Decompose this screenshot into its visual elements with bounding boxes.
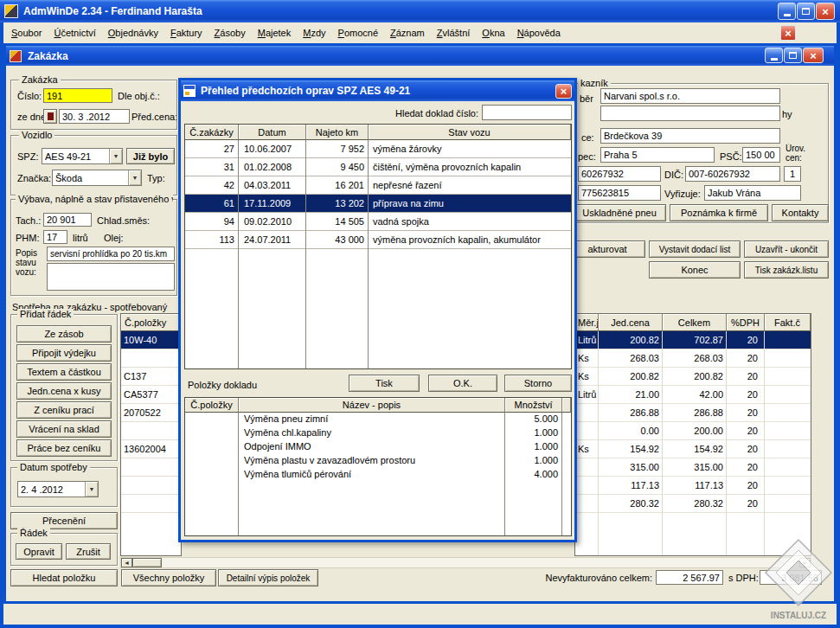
item-row-0[interactable]: 10W-40 <box>121 331 181 349</box>
grid-row-8[interactable]: 117.13117.1320 <box>575 477 811 495</box>
vehicle-state-field-2[interactable] <box>47 263 175 291</box>
customer-name-field-2[interactable] <box>600 106 780 121</box>
repair-row-1[interactable]: 3101.02.20089 450čištění, výměna provozn… <box>185 158 571 176</box>
menu-item-6[interactable]: Mzdy <box>297 24 331 42</box>
grid-row-1[interactable]: Ks268.03268.0320 <box>575 349 811 368</box>
zrusit-button[interactable]: Zrušit <box>66 543 111 560</box>
menu-item-4[interactable]: Zásoby <box>208 24 252 42</box>
spz-combo[interactable]: AES 49-21 ▼ <box>42 148 123 164</box>
doc-item-row-1[interactable]: Výměna chl.kapaliny1.000 <box>185 426 571 440</box>
menu-item-2[interactable]: Objednávky <box>102 24 164 42</box>
menu-item-9[interactable]: Zvláštní <box>431 24 477 42</box>
add-row-button-4[interactable]: Z ceníku prací <box>16 401 112 419</box>
customer-name-field[interactable]: Narvani spol.s r.o. <box>600 88 780 104</box>
maximize-button[interactable] <box>797 3 815 20</box>
item-row-4[interactable]: 2070522 <box>121 404 181 422</box>
item-row-7[interactable] <box>121 458 181 477</box>
order-number-field[interactable]: 191 <box>43 88 112 103</box>
order-date-field[interactable]: 30. 3 .2012 <box>59 109 130 124</box>
grid-row-0[interactable]: Litrů200.82702.8720 <box>575 331 811 349</box>
repair-row-2[interactable]: 4204.03.201116 201nepřesné řazení <box>185 176 571 195</box>
grid-row-5[interactable]: 0.00200.0020 <box>575 422 811 440</box>
add-row-button-2[interactable]: Textem a částkou <box>16 363 112 381</box>
vyrizuje-field[interactable]: Jakub Vrána <box>704 185 801 201</box>
menu-item-5[interactable]: Majetek <box>252 24 298 42</box>
add-row-button-5[interactable]: Vrácení na sklad <box>16 420 112 438</box>
scrollbar-track[interactable] <box>162 558 799 567</box>
znacka-combo[interactable]: Škoda ▼ <box>52 170 142 186</box>
city-field[interactable]: Praha 5 <box>600 147 715 163</box>
consumption-date-combo[interactable]: 2. 4 .2012 ▼ <box>17 481 99 497</box>
scroll-left-arrow-icon[interactable]: ◄ <box>121 558 132 567</box>
date-picker-icon-button[interactable] <box>43 109 57 124</box>
grid-row-9[interactable]: 280.32280.3220 <box>575 495 811 513</box>
fakturovat-button[interactable]: akturovat <box>569 240 645 258</box>
tisk-button[interactable]: Tisk <box>349 375 420 392</box>
konec-button[interactable]: Konec <box>649 261 741 279</box>
minimize-button[interactable] <box>778 3 796 20</box>
opravit-button[interactable]: Opravit <box>16 543 62 560</box>
ok-button[interactable]: O.K. <box>428 375 497 392</box>
add-row-button-6[interactable]: Práce bez ceníku <box>16 439 112 457</box>
zakazka-close-button[interactable]: × <box>803 48 824 63</box>
vystavit-dodaci-list-button[interactable]: Vystavit dodací list <box>649 240 741 258</box>
menu-item-8[interactable]: Záznam <box>384 24 431 42</box>
phone-field[interactable]: 775623815 <box>578 185 661 201</box>
doc-item-row-3[interactable]: Výměna plastu v zavazadlovém prostoru1.0… <box>185 454 571 468</box>
repair-row-0[interactable]: 2710.06.20077 952výměna žárovky <box>185 140 571 158</box>
date-dropdown-arrow-icon[interactable]: ▼ <box>85 482 98 497</box>
ico-field[interactable]: 60267932 <box>578 166 661 182</box>
item-row-5[interactable] <box>121 422 181 440</box>
doc-item-row-0[interactable]: Výměna pneu zimní5.000 <box>185 413 571 426</box>
scrollbar-thumb[interactable] <box>132 558 162 567</box>
vsechny-polozky-button[interactable]: Všechny položky <box>121 569 216 586</box>
tach-field[interactable]: 20 901 <box>43 213 92 227</box>
grid-row-4[interactable]: 286.88286.8820 <box>575 404 811 422</box>
grid-row-2[interactable]: Ks200.82200.8220 <box>575 368 811 386</box>
psc-field[interactable]: 150 00 <box>742 147 780 163</box>
add-row-button-0[interactable]: Ze zásob <box>16 325 112 343</box>
horizontal-scrollbar[interactable]: ◄ ► <box>120 557 811 568</box>
repair-row-3[interactable]: 6117.11.200913 202příprava na zimu <box>185 195 571 213</box>
kontakty-button[interactable]: Kontakty <box>772 204 829 221</box>
repair-row-5[interactable]: 11324.07.201143 000výměna provozních kap… <box>185 231 571 249</box>
poznamka-k-firme-button[interactable]: Poznámka k firmě <box>670 204 768 221</box>
znacka-dropdown-arrow-icon[interactable]: ▼ <box>128 170 141 185</box>
grid-row-7[interactable]: 315.00315.0020 <box>575 458 811 477</box>
repairs-dialog-close-button[interactable]: × <box>555 84 572 99</box>
item-row-1[interactable] <box>121 349 181 368</box>
add-row-button-3[interactable]: Jedn.cena x kusy <box>16 382 112 400</box>
tisk-zakazkoveho-listu-button[interactable]: Tisk zakázk.listu <box>744 261 829 279</box>
add-row-button-1[interactable]: Připojit výdejku <box>16 344 112 362</box>
item-row-3[interactable]: CA5377 <box>121 386 181 404</box>
storno-button[interactable]: Storno <box>504 375 572 392</box>
item-row-8[interactable] <box>121 477 181 495</box>
street-field[interactable]: Brdečkova 39 <box>600 128 780 144</box>
doc-item-row-4[interactable]: Výměna tlumičů pérování4.000 <box>185 468 571 482</box>
grid-row-6[interactable]: Ks154.92154.9220 <box>575 440 811 458</box>
repair-row-4[interactable]: 9409.02.201014 505vadná spojka <box>185 213 571 231</box>
close-button[interactable]: × <box>816 3 835 20</box>
menu-item-11[interactable]: Nápověda <box>511 24 567 42</box>
item-row-2[interactable]: C137 <box>121 368 181 386</box>
mdi-close-button[interactable]: × <box>780 25 796 41</box>
uskladnene-pneu-button[interactable]: Uskladněné pneu <box>573 204 666 221</box>
zakazka-maximize-button[interactable] <box>784 48 802 63</box>
menu-item-1[interactable]: Účetnictví <box>48 24 101 42</box>
item-row-9[interactable] <box>121 495 181 513</box>
grid-row-3[interactable]: Litrů21.0042.0020 <box>575 386 811 404</box>
detailni-vypis-button[interactable]: Detailní výpis položek <box>218 569 318 586</box>
price-level-field[interactable]: 1 <box>784 166 801 182</box>
menu-item-3[interactable]: Faktury <box>164 24 208 42</box>
menu-item-10[interactable]: Okna <box>476 24 510 42</box>
phm-field[interactable]: 17 <box>43 230 67 244</box>
hledat-doklad-input[interactable] <box>482 105 572 120</box>
jiz-bylo-button[interactable]: Již bylo <box>126 148 175 164</box>
vehicle-state-field[interactable]: servisní prohlídka po 20 tis.km <box>47 247 175 261</box>
uzavrit-ukoncit-button[interactable]: Uzavřít - ukončit <box>744 240 829 258</box>
spz-dropdown-arrow-icon[interactable]: ▼ <box>109 149 122 163</box>
zakazka-minimize-button[interactable] <box>765 48 783 63</box>
preceneni-button[interactable]: Přecenění <box>10 512 118 529</box>
doc-item-row-2[interactable]: Odpojení IMMO1.000 <box>185 440 571 454</box>
menu-item-0[interactable]: Soubor <box>5 24 48 42</box>
